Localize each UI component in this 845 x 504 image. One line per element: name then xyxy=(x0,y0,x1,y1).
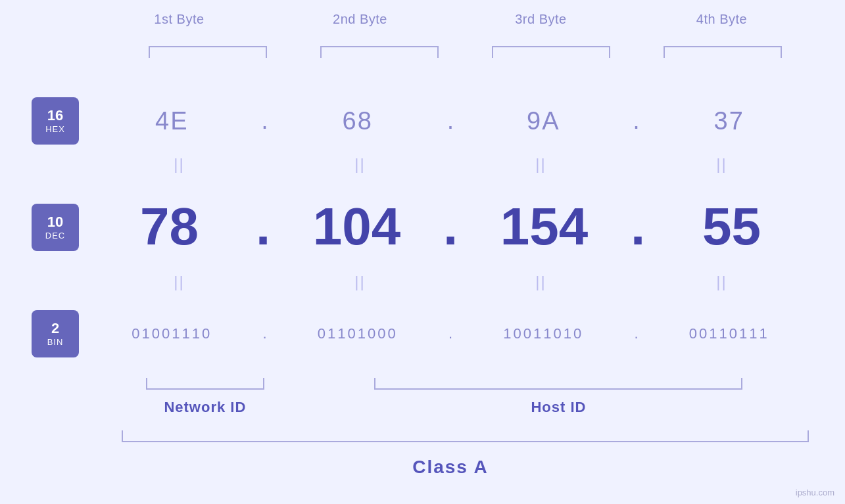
byte-label-2: 2nd Byte xyxy=(270,12,450,27)
hex-val-1: 4E xyxy=(89,107,255,135)
hex-dot-3: . xyxy=(627,107,646,135)
badge-dec-label: DEC xyxy=(45,231,65,241)
byte-labels-row: 1st Byte 2nd Byte 3rd Byte 4th Byte xyxy=(89,12,812,27)
bin-dot-3: . xyxy=(627,325,646,342)
byte-label-3: 3rd Byte xyxy=(450,12,631,27)
bottom-brackets xyxy=(122,378,809,390)
byte-label-4: 4th Byte xyxy=(631,12,812,27)
pipe-1-1: || xyxy=(89,155,270,173)
byte-label-1: 1st Byte xyxy=(89,12,270,27)
hex-row: 4E . 68 . 9A . 37 xyxy=(89,97,812,145)
dec-row: 78 . 104 . 154 . 55 xyxy=(89,197,812,256)
bracket-top-2 xyxy=(293,46,465,58)
hex-val-3: 9A xyxy=(460,107,627,135)
dec-val-3: 154 xyxy=(464,196,625,257)
pipe-2-1: || xyxy=(89,273,270,291)
pipe-2-3: || xyxy=(450,273,631,291)
segment-labels-row: Network ID Host ID xyxy=(122,399,809,416)
bin-val-2: 01101000 xyxy=(275,325,441,342)
host-id-label: Host ID xyxy=(308,399,809,416)
bracket-host xyxy=(374,378,742,390)
bin-row: 01001110 . 01101000 . 10011010 . 0011011… xyxy=(89,310,812,357)
class-bracket-container xyxy=(122,430,809,442)
pipe-1-4: || xyxy=(631,155,812,173)
bin-val-3: 10011010 xyxy=(460,325,627,342)
badge-hex-num: 16 xyxy=(47,108,63,124)
main-container: 1st Byte 2nd Byte 3rd Byte 4th Byte 16 H… xyxy=(0,0,845,504)
bin-dot-1: . xyxy=(255,325,275,342)
badge-hex-label: HEX xyxy=(45,124,65,134)
pipe-row-1: || || || || xyxy=(89,155,812,173)
network-id-label: Network ID xyxy=(122,399,289,416)
badge-bin: 2 BIN xyxy=(32,310,79,357)
badge-dec-num: 10 xyxy=(47,214,63,230)
bracket-spacer-1 xyxy=(289,378,308,390)
pipe-1-3: || xyxy=(450,155,631,173)
bracket-host-cell xyxy=(308,378,809,390)
dec-dot-3: . xyxy=(625,196,651,257)
bracket-network-cell xyxy=(122,378,289,390)
badge-bin-num: 2 xyxy=(51,321,59,336)
hex-dot-1: . xyxy=(255,107,275,135)
hex-val-4: 37 xyxy=(646,107,813,135)
class-label: Class A xyxy=(89,457,812,478)
bracket-network xyxy=(146,378,264,390)
dec-dot-1: . xyxy=(250,196,276,257)
bracket-top-3 xyxy=(466,46,637,58)
pipe-row-2: || || || || xyxy=(89,273,812,291)
dec-val-4: 55 xyxy=(651,196,812,257)
dec-val-1: 78 xyxy=(89,196,250,257)
hex-val-2: 68 xyxy=(275,107,441,135)
bin-dot-2: . xyxy=(441,325,460,342)
watermark: ipshu.com xyxy=(796,488,834,497)
top-brackets-row xyxy=(122,46,809,58)
bin-val-1: 01001110 xyxy=(89,325,255,342)
bracket-top-1 xyxy=(122,46,293,58)
class-bracket xyxy=(122,430,809,442)
pipe-2-4: || xyxy=(631,273,812,291)
badge-hex: 16 HEX xyxy=(32,97,79,145)
pipe-2-2: || xyxy=(270,273,450,291)
bracket-top-4 xyxy=(637,46,809,58)
badge-bin-label: BIN xyxy=(47,337,64,347)
dec-dot-2: . xyxy=(437,196,464,257)
hex-dot-2: . xyxy=(441,107,460,135)
bin-val-4: 00110111 xyxy=(646,325,813,342)
badge-dec: 10 DEC xyxy=(32,204,79,251)
dec-val-2: 104 xyxy=(276,196,437,257)
pipe-1-2: || xyxy=(270,155,450,173)
